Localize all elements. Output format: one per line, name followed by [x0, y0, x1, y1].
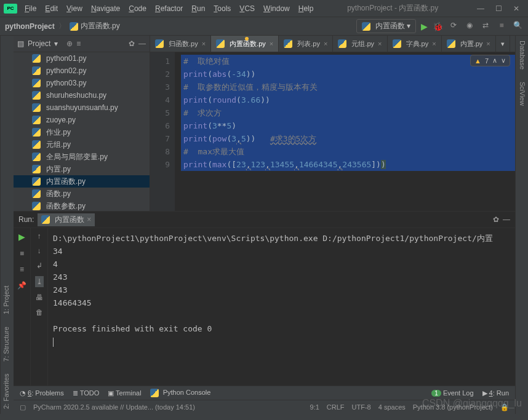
layout-icon[interactable]: ≡: [20, 265, 24, 274]
stop-icon[interactable]: ■: [496, 21, 507, 32]
project-tree[interactable]: python01.pypython02.pypython03.pyshuruhe…: [14, 52, 150, 211]
console-output[interactable]: D:\pythonProject1\pythonProject\venv\Scr…: [48, 228, 515, 386]
stop-button[interactable]: ■: [20, 249, 24, 258]
close-icon[interactable]: ×: [202, 40, 206, 47]
dropdown-icon[interactable]: ▾: [54, 39, 58, 48]
close-icon[interactable]: ×: [270, 40, 273, 47]
close-icon[interactable]: ✕: [513, 4, 519, 13]
debug-button[interactable]: 🐞: [433, 22, 443, 31]
breadcrumb-project[interactable]: pythonProject: [5, 22, 55, 31]
tree-item[interactable]: 函数.py: [14, 188, 150, 200]
tree-item[interactable]: suanshuyunsuanfu.py: [14, 101, 150, 114]
tree-item[interactable]: 内置.py: [14, 163, 150, 175]
hide-icon[interactable]: —: [138, 39, 146, 48]
tree-item[interactable]: shuruheshuchu.py: [14, 89, 150, 101]
rail-sciview[interactable]: SciView: [518, 82, 526, 106]
run-tab[interactable]: 内置函数 ×: [38, 213, 95, 226]
menu-refactor[interactable]: Refactor: [151, 2, 186, 15]
wrap-icon[interactable]: ↲: [36, 261, 42, 270]
editor-tab[interactable]: 列表.py×: [279, 36, 333, 52]
editor-tab[interactable]: 内置.py×: [442, 36, 496, 52]
close-icon[interactable]: ×: [432, 40, 436, 47]
tree-item[interactable]: 全局与局部变量.py: [14, 151, 150, 163]
tree-item[interactable]: 函数参数.py: [14, 200, 150, 211]
status-message[interactable]: PyCharm 2020.2.5 available // Update... …: [33, 403, 303, 411]
scroll-icon[interactable]: ⤓: [35, 276, 44, 287]
tab-overflow[interactable]: ▾: [496, 36, 510, 52]
up-icon[interactable]: ↑: [38, 232, 41, 240]
menu-view[interactable]: View: [63, 2, 86, 15]
python-icon: [32, 91, 41, 100]
search-icon[interactable]: 🔍: [512, 21, 523, 32]
file-encoding[interactable]: UTF-8: [352, 403, 371, 411]
menu-run[interactable]: Run: [188, 2, 209, 15]
down-icon[interactable]: ↓: [38, 247, 41, 255]
attach-icon[interactable]: ⇄: [480, 21, 491, 32]
navigation-bar: pythonProject 〉 内置函数.py 内置函数 ▾ ▶ 🐞 ⟳ ◉ ⇄…: [0, 17, 528, 36]
pin-icon[interactable]: 📌: [17, 281, 26, 290]
tree-item[interactable]: python03.py: [14, 77, 150, 89]
python-console-button[interactable]: Python Console: [150, 389, 211, 397]
editor-tab[interactable]: 元组.py×: [333, 36, 387, 52]
hide-icon[interactable]: —: [503, 215, 510, 224]
chevron-down-icon[interactable]: ∨: [501, 57, 506, 65]
locate-icon[interactable]: ⊕: [66, 39, 73, 48]
rerun-button[interactable]: ▶: [18, 232, 25, 242]
run-tool-button[interactable]: ▶ 4: Run: [482, 389, 509, 397]
menu-navigate[interactable]: Navigate: [87, 2, 124, 15]
menu-window[interactable]: Window: [260, 2, 294, 15]
close-icon[interactable]: ×: [87, 215, 91, 224]
gear-icon[interactable]: ✿: [493, 215, 499, 224]
problems-button[interactable]: ◔ 6: Problems: [20, 389, 64, 397]
profile-icon[interactable]: ◉: [464, 21, 475, 32]
warning-icon: ▲: [474, 57, 481, 65]
editor-tab[interactable]: 归函数.py×: [150, 36, 211, 52]
rail-database[interactable]: Database: [518, 41, 526, 69]
chevron-up-icon[interactable]: ∧: [492, 57, 497, 65]
maximize-icon[interactable]: ☐: [495, 4, 502, 13]
editor-tab[interactable]: 内置函数.py×: [211, 36, 279, 52]
menu-file[interactable]: File: [21, 2, 40, 15]
todo-button[interactable]: ≣ TODO: [73, 389, 99, 397]
rail-favorites[interactable]: 2: Favorites: [2, 374, 12, 409]
event-log-button[interactable]: 1 Event Log: [431, 389, 473, 397]
close-icon[interactable]: ×: [324, 40, 327, 47]
rail-structure[interactable]: 7: Structure: [2, 327, 12, 362]
caret-position[interactable]: 9:1: [310, 403, 319, 411]
menu-edit[interactable]: Edit: [41, 2, 62, 15]
run-config-select[interactable]: 内置函数 ▾: [356, 19, 416, 33]
menu-help[interactable]: Help: [295, 2, 318, 15]
code-area[interactable]: # 取绝对值print(abs(-34))# 取参数的近似值，精度与版本有关pr…: [175, 52, 515, 211]
breadcrumb-label: 内置函数.py: [81, 22, 120, 30]
close-icon[interactable]: ×: [378, 40, 382, 47]
coverage-icon[interactable]: ⟳: [448, 21, 459, 32]
minimize-icon[interactable]: —: [477, 4, 484, 13]
close-icon[interactable]: ×: [486, 40, 490, 47]
collapse-icon[interactable]: ≡: [76, 39, 81, 48]
breadcrumb-file[interactable]: 内置函数.py: [70, 21, 120, 31]
print-icon[interactable]: 🖶: [36, 293, 43, 302]
menu-code[interactable]: Code: [125, 2, 150, 15]
tree-item[interactable]: python01.py: [14, 52, 150, 65]
trash-icon[interactable]: 🗑: [36, 308, 43, 317]
tree-item[interactable]: zuoye.py: [14, 114, 150, 126]
menu-vcs[interactable]: VCS: [236, 2, 258, 15]
menu-tools[interactable]: Tools: [210, 2, 234, 15]
tree-item[interactable]: 作业.py: [14, 126, 150, 138]
line-separator[interactable]: CRLF: [327, 403, 345, 411]
editor-tab[interactable]: 字典.py×: [388, 36, 442, 52]
lock-icon[interactable]: 🔒: [500, 403, 509, 411]
tree-item[interactable]: python02.py: [14, 65, 150, 77]
rail-project[interactable]: 1: Project: [2, 285, 12, 314]
inspection-widget[interactable]: ▲ 7 ∧ ∨: [470, 55, 510, 66]
project-panel-title[interactable]: Project: [28, 39, 50, 48]
notify-icon[interactable]: ▢: [20, 403, 26, 411]
gear-icon[interactable]: ✿: [129, 39, 135, 48]
editor-body[interactable]: 123456789 # 取绝对值print(abs(-34))# 取参数的近似值…: [150, 52, 515, 211]
tree-item[interactable]: 元组.py: [14, 138, 150, 151]
interpreter-info[interactable]: Python 3.8 (pythonProject): [413, 403, 493, 411]
run-button[interactable]: ▶: [421, 22, 428, 31]
terminal-button[interactable]: ▣ Terminal: [108, 389, 141, 397]
indent-info[interactable]: 4 spaces: [378, 403, 406, 411]
tree-item[interactable]: 内置函数.py: [14, 175, 150, 188]
